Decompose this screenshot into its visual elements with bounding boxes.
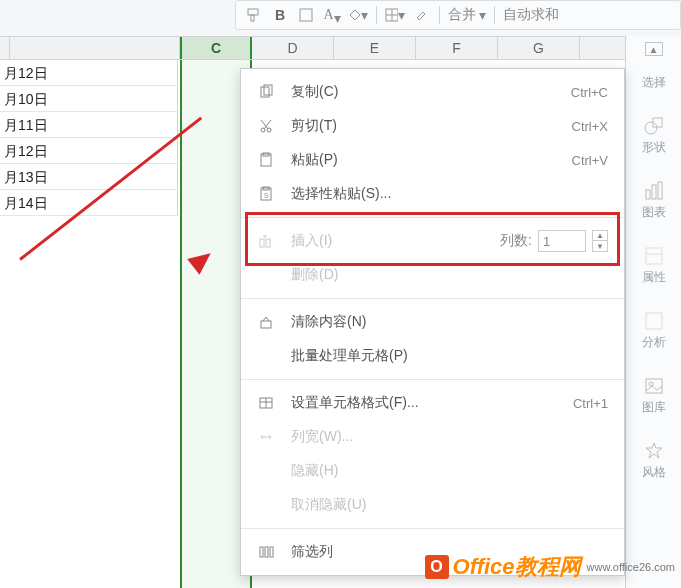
insert-cols-stepper[interactable]: 列数: ▲▼ [500,230,608,252]
spin-up[interactable]: ▲ [593,231,607,241]
analyze-icon [643,310,665,332]
column-header-g[interactable]: G [498,37,580,59]
data-column-b: 月12日 月10日 月11日 月12日 月13日 月14日 [0,60,178,216]
menu-separator [241,298,624,299]
svg-point-6 [645,122,657,134]
svg-rect-8 [646,190,650,199]
column-header-b[interactable] [10,37,180,59]
menu-copy-shortcut: Ctrl+C [571,85,608,100]
cell[interactable]: 月10日 [0,86,177,112]
side-select[interactable]: 选择 [642,74,666,91]
column-header-d[interactable]: D [252,37,334,59]
menu-format-label: 设置单元格格式(F)... [277,394,573,412]
format-painter-icon[interactable] [244,5,264,25]
fill-color-icon[interactable]: ▾ [348,5,368,25]
outline-icon[interactable] [296,5,316,25]
side-shapes-label: 形状 [642,139,666,156]
menu-insert[interactable]: 插入(I) 列数: ▲▼ [241,224,624,258]
svg-rect-0 [248,9,258,15]
svg-rect-1 [251,15,254,21]
spin-down[interactable]: ▼ [593,241,607,251]
side-style[interactable]: 风格 [642,440,666,481]
cut-icon [255,118,277,134]
toolbar-divider [494,6,495,24]
menu-clear-label: 清除内容(N) [277,313,608,331]
context-menu: 复制(C) Ctrl+C 剪切(T) Ctrl+X 粘贴(P) Ctrl+V S… [240,68,625,576]
border-icon[interactable]: ▾ [385,5,405,25]
menu-delete-label: 删除(D) [277,266,608,284]
menu-clear[interactable]: 清除内容(N) [241,305,624,339]
format-cells-icon [255,395,277,411]
svg-marker-16 [646,443,662,458]
side-props[interactable]: 属性 [642,245,666,286]
cell[interactable]: 月12日 [0,138,177,164]
merge-button[interactable]: 合并▾ [448,6,486,24]
cell[interactable]: 月14日 [0,190,177,216]
menu-cut[interactable]: 剪切(T) Ctrl+X [241,109,624,143]
cell[interactable]: 月11日 [0,112,177,138]
menu-paste-special[interactable]: S 选择性粘贴(S)... [241,177,624,211]
menu-cut-label: 剪切(T) [277,117,572,135]
paste-icon [255,152,277,168]
watermark: O Office教程网 www.office26.com [425,552,675,582]
menu-batch-label: 批量处理单元格(P) [277,347,608,365]
menu-hide-label: 隐藏(H) [277,462,608,480]
cell[interactable]: 月13日 [0,164,177,190]
menu-format-shortcut: Ctrl+1 [573,396,608,411]
side-style-label: 风格 [642,464,666,481]
svg-rect-39 [270,547,273,557]
menu-col-width[interactable]: 列宽(W)... [241,420,624,454]
menu-paste-label: 粘贴(P) [277,151,572,169]
svg-rect-38 [265,547,268,557]
gallery-icon [643,375,665,397]
menu-paste[interactable]: 粘贴(P) Ctrl+V [241,143,624,177]
insert-cols-input[interactable] [538,230,586,252]
menu-format-cells[interactable]: 设置单元格格式(F)... Ctrl+1 [241,386,624,420]
menu-batch[interactable]: 批量处理单元格(P) [241,339,624,373]
side-analyze-label: 分析 [642,334,666,351]
svg-rect-11 [646,248,662,264]
scroll-up-button[interactable]: ▲ [645,42,663,56]
svg-text:S: S [264,192,269,199]
svg-rect-14 [646,379,662,393]
menu-separator [241,379,624,380]
bold-button[interactable]: B [270,5,290,25]
menu-copy[interactable]: 复制(C) Ctrl+C [241,75,624,109]
shapes-icon [643,115,665,137]
side-chart[interactable]: 图表 [642,180,666,221]
menu-hide[interactable]: 隐藏(H) [241,454,624,488]
column-header-f[interactable]: F [416,37,498,59]
menu-separator [241,528,624,529]
side-panel: ▲ 选择 形状 图表 属性 分析 图库 风格 [625,36,681,588]
menu-separator [241,217,624,218]
properties-icon [643,245,665,267]
spinner-buttons[interactable]: ▲▼ [592,230,608,252]
side-gallery-label: 图库 [642,399,666,416]
column-header-e[interactable]: E [334,37,416,59]
svg-rect-13 [646,313,662,329]
column-header-c[interactable]: C [180,37,252,59]
side-gallery[interactable]: 图库 [642,375,666,416]
menu-paste-shortcut: Ctrl+V [572,153,608,168]
side-analyze[interactable]: 分析 [642,310,666,351]
chart-icon [643,180,665,202]
autosum-button[interactable]: 自动求和 [503,6,559,24]
side-chart-label: 图表 [642,204,666,221]
menu-delete[interactable]: 删除(D) [241,258,624,292]
menu-insert-label: 插入(I) [277,232,500,250]
svg-rect-32 [261,321,271,328]
font-color-icon[interactable]: A▾ [322,5,342,25]
side-shapes[interactable]: 形状 [642,115,666,156]
cell[interactable]: 月12日 [0,60,177,86]
svg-rect-9 [652,185,656,199]
highlight-icon[interactable] [411,5,431,25]
clear-icon [255,314,277,330]
menu-cut-shortcut: Ctrl+X [572,119,608,134]
menu-unhide[interactable]: 取消隐藏(U) [241,488,624,522]
menu-copy-label: 复制(C) [277,83,571,101]
svg-rect-10 [658,182,662,199]
svg-rect-2 [300,9,312,21]
style-icon [643,440,665,462]
side-select-label: 选择 [642,74,666,91]
copy-icon [255,84,277,100]
